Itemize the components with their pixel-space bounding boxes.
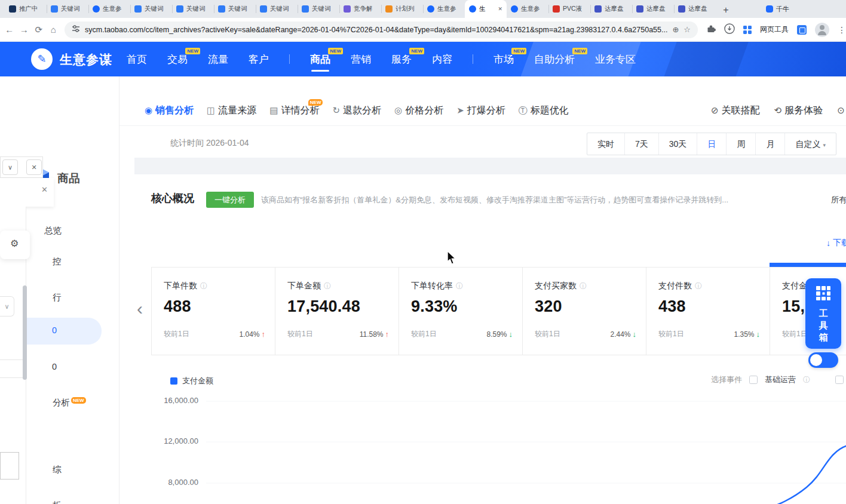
info-icon[interactable]: ⓘ bbox=[456, 281, 463, 291]
nav-marketing[interactable]: 营销 bbox=[351, 53, 371, 66]
browser-tab[interactable]: 计划列 bbox=[381, 0, 423, 18]
tab-title-optimization[interactable]: Ⓣ标题优化 bbox=[519, 105, 569, 117]
collapse-button[interactable]: ∨ bbox=[2, 159, 18, 175]
site-settings-tune-icon[interactable] bbox=[72, 24, 80, 35]
browser-tab[interactable]: 达摩盘 bbox=[632, 0, 674, 18]
info-icon[interactable]: ⓘ bbox=[200, 281, 207, 291]
nav-trade[interactable]: 交易NEW bbox=[167, 53, 188, 66]
sidebar-item-fragment[interactable]: 综 bbox=[53, 464, 62, 475]
sidebar-item-fragment[interactable]: 控 bbox=[53, 256, 62, 268]
range-week[interactable]: 周 bbox=[726, 133, 755, 155]
browser-tab[interactable]: 关键词 bbox=[47, 0, 88, 18]
panel-expand-chevron[interactable]: ∨ bbox=[0, 296, 14, 316]
web-tools-panel-icon[interactable] bbox=[797, 25, 807, 35]
web-tools-label[interactable]: 网页工具 bbox=[760, 24, 789, 35]
nav-home[interactable]: 首页 bbox=[127, 53, 147, 66]
range-30d[interactable]: 30天 bbox=[658, 133, 697, 155]
tab-sales-analysis[interactable]: ◉销售分析 bbox=[145, 105, 194, 117]
tab-close-icon[interactable]: ✕ bbox=[498, 6, 502, 12]
metric-card-paying-buyers[interactable]: 支付买家数ⓘ 320 较前1日2.44%↓ bbox=[523, 268, 646, 355]
info-icon[interactable]: ⓘ bbox=[324, 281, 331, 291]
nav-business-zone[interactable]: 业务专区 bbox=[595, 53, 636, 66]
back-icon[interactable]: ← bbox=[4, 24, 15, 35]
browser-tab[interactable]: 关键词 bbox=[130, 0, 172, 18]
settings-popup: ⚙ bbox=[0, 231, 30, 259]
range-7d[interactable]: 7天 bbox=[624, 133, 658, 155]
sidebar-item-fragment[interactable]: 析 bbox=[53, 500, 62, 504]
browser-tab[interactable]: 关键词 bbox=[298, 0, 339, 18]
new-tab-button[interactable]: + bbox=[718, 2, 734, 18]
panel-scrollbar[interactable] bbox=[23, 285, 27, 380]
home-icon[interactable]: ⌂ bbox=[48, 24, 59, 35]
link-related-match[interactable]: ⊘关联搭配 bbox=[711, 105, 760, 117]
metric-card-paid-items[interactable]: 支付件数ⓘ 438 较前1日1.35%↓ bbox=[646, 268, 770, 355]
tab-traffic-source[interactable]: ◫流量来源 bbox=[207, 105, 256, 117]
browser-tab[interactable]: 推广中 bbox=[5, 0, 47, 18]
tab-detail-analysis[interactable]: ▤详情分析NEW bbox=[269, 105, 319, 117]
browser-tab[interactable]: 生意参 bbox=[423, 0, 465, 18]
basic-operation-checkbox[interactable] bbox=[749, 376, 758, 384]
browser-tab-active[interactable]: 生✕ bbox=[465, 0, 507, 18]
zoom-icon[interactable]: ⊕ bbox=[672, 25, 679, 34]
metric-card-order-amount[interactable]: 下单金额ⓘ 17,540.48 较前1日11.58%↑ bbox=[275, 268, 399, 355]
refresh-icon[interactable]: ⟳ bbox=[33, 24, 44, 35]
info-icon[interactable]: ⓘ bbox=[695, 281, 702, 291]
profile-avatar[interactable] bbox=[815, 23, 829, 37]
address-bar[interactable]: sycm.taobao.com/cc/item_archives?activeK… bbox=[65, 21, 698, 38]
browser-tab[interactable]: 生意参 bbox=[507, 0, 548, 18]
sidebar-item-fragment[interactable]: 分析NEW bbox=[53, 397, 86, 408]
nav-content[interactable]: 内容 bbox=[432, 53, 452, 66]
extensions-puzzle-icon[interactable] bbox=[706, 24, 716, 36]
tab-hot-analysis[interactable]: ➤打爆分析 bbox=[456, 105, 505, 117]
metric-card-conversion-rate[interactable]: 下单转化率ⓘ 9.33% 较前1日8.59%↓ bbox=[399, 268, 523, 355]
metric-card-order-items[interactable]: 下单件数ⓘ 488 较前1日1.04%↑ bbox=[152, 268, 275, 355]
one-click-analysis-button[interactable]: 一键分析 bbox=[206, 192, 254, 208]
tab-refund-analysis[interactable]: ↻退款分析 bbox=[332, 105, 381, 117]
browser-tab[interactable]: 达摩盘 bbox=[674, 0, 716, 18]
web-tools-grid-icon[interactable] bbox=[743, 26, 752, 34]
download-circle-icon[interactable] bbox=[724, 23, 735, 36]
sidebar-item-overview[interactable]: 总览 bbox=[44, 225, 62, 236]
pinned-qianniu-shortcut[interactable]: 千牛 bbox=[766, 0, 789, 18]
nav-market[interactable]: 市场NEW bbox=[493, 53, 514, 66]
url-text[interactable]: sycm.taobao.com/cc/item_archives?activeK… bbox=[85, 26, 667, 34]
browser-tab[interactable]: 关键词 bbox=[214, 0, 256, 18]
browser-menu-icon[interactable]: ⋮ bbox=[838, 25, 846, 35]
gear-icon[interactable]: ⚙ bbox=[10, 238, 19, 249]
tab-price-analysis[interactable]: ◎价格分析 bbox=[394, 105, 443, 117]
toolbox-floating-widget[interactable]: 工具箱 bbox=[805, 278, 841, 349]
browser-tab[interactable]: 关键词 bbox=[172, 0, 214, 18]
nav-service[interactable]: 服务NEW bbox=[391, 53, 412, 66]
sidebar-item-fragment[interactable]: 行 bbox=[53, 292, 62, 303]
range-month[interactable]: 月 bbox=[755, 133, 784, 155]
close-button[interactable]: ✕ bbox=[26, 159, 42, 175]
nav-self-analysis[interactable]: 自助分析NEW bbox=[534, 53, 575, 66]
toolbox-toggle-switch[interactable] bbox=[808, 352, 838, 368]
info-icon[interactable]: ⓘ bbox=[580, 281, 587, 291]
browser-tab[interactable]: 生意参 bbox=[88, 0, 130, 18]
browser-tab[interactable]: 关键词 bbox=[256, 0, 298, 18]
range-custom[interactable]: 自定义▾ bbox=[784, 133, 836, 155]
hot-analysis-icon: ➤ bbox=[456, 105, 464, 116]
close-icon[interactable]: ✕ bbox=[41, 185, 48, 194]
nav-customer[interactable]: 客户 bbox=[249, 53, 269, 66]
bookmark-star-icon[interactable]: ☆ bbox=[683, 25, 691, 34]
range-realtime[interactable]: 实时 bbox=[587, 133, 624, 155]
cards-prev-chevron[interactable]: ‹ bbox=[137, 299, 143, 319]
forward-icon[interactable]: → bbox=[19, 24, 30, 35]
download-link[interactable]: ↓ 下载 bbox=[826, 238, 846, 248]
partial-link-icon[interactable]: ⊙ bbox=[837, 105, 845, 116]
second-checkbox-partial[interactable] bbox=[835, 376, 844, 384]
link-service-experience[interactable]: ⟲服务体验 bbox=[774, 105, 823, 117]
nav-product-active[interactable]: 商品NEW bbox=[310, 53, 330, 66]
browser-tab[interactable]: 竞争解 bbox=[339, 0, 381, 18]
range-day-active[interactable]: 日 bbox=[697, 133, 726, 155]
sidebar-item-fragment[interactable]: 0 bbox=[52, 362, 57, 371]
nav-traffic[interactable]: 流量 bbox=[208, 53, 228, 66]
info-icon[interactable]: ⓘ bbox=[803, 375, 810, 385]
brand-title[interactable]: 生意参谋 bbox=[60, 51, 112, 68]
browser-tab[interactable]: 达摩盘 bbox=[590, 0, 632, 18]
truncated-right-link[interactable]: 所有 bbox=[831, 195, 846, 205]
sycm-logo-icon[interactable]: ✎ bbox=[31, 48, 53, 70]
browser-tab[interactable]: PVC液 bbox=[548, 0, 590, 18]
